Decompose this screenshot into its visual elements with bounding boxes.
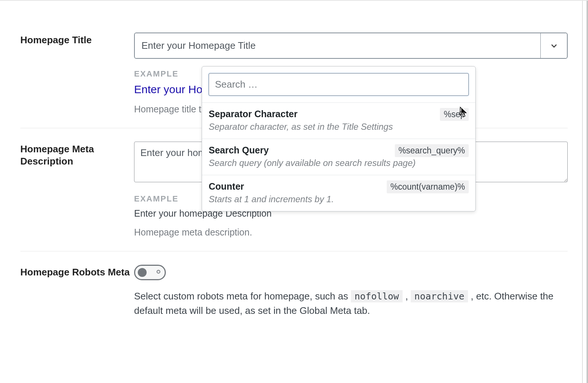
- variable-item-token: %count(varname)%: [387, 180, 469, 193]
- homepage-title-input[interactable]: [135, 33, 540, 58]
- variable-item-counter[interactable]: Counter %count(varname)% Starts at 1 and…: [202, 175, 475, 211]
- variable-item-token: %search_query%: [395, 144, 469, 157]
- code-noarchive: noarchive: [411, 290, 468, 302]
- scrollbar[interactable]: [587, 1, 588, 383]
- divider: [582, 1, 583, 383]
- toggle-knob: [138, 268, 147, 277]
- homepage-meta-label: Homepage Meta Description: [20, 142, 134, 167]
- variable-item-desc: Separator character, as set in the Title…: [209, 122, 469, 132]
- homepage-title-label: Homepage Title: [20, 33, 134, 46]
- toggle-indicator: [157, 270, 160, 274]
- robots-toggle[interactable]: [134, 265, 166, 280]
- variable-item-token: %sep: [440, 108, 469, 121]
- variable-item-desc: Search query (only available on search r…: [209, 158, 469, 168]
- variable-item-desc: Starts at 1 and increments by 1.: [209, 194, 469, 204]
- variable-item-separator[interactable]: Separator Character %sep Separator chara…: [202, 102, 475, 139]
- variable-item-search-query[interactable]: Search Query %search_query% Search query…: [202, 139, 475, 175]
- robots-help-text: Select custom robots meta for homepage, …: [134, 289, 568, 318]
- homepage-robots-label: Homepage Robots Meta: [20, 265, 134, 278]
- code-nofollow: nofollow: [351, 290, 403, 302]
- variable-search-input[interactable]: [209, 73, 469, 96]
- variable-dropdown-panel: Separator Character %sep Separator chara…: [202, 66, 476, 211]
- homepage-meta-help: Homepage meta description.: [134, 227, 568, 238]
- variable-dropdown-button[interactable]: [540, 33, 567, 58]
- variable-item-title: Separator Character: [209, 109, 469, 119]
- chevron-down-icon: [549, 41, 559, 51]
